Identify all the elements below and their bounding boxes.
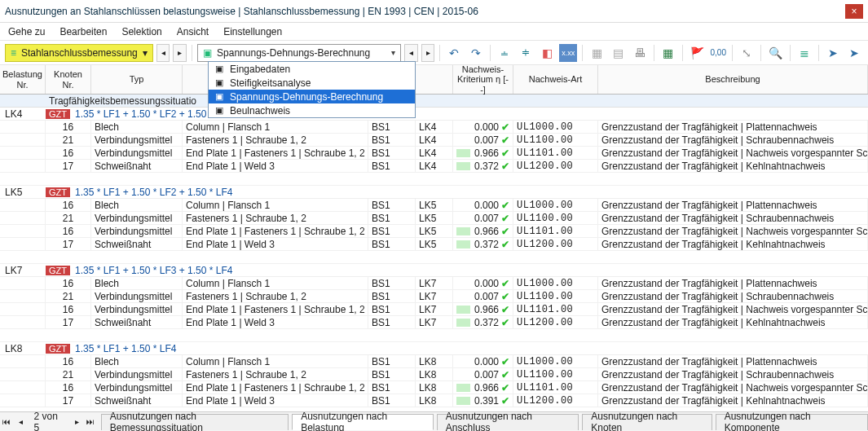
- cell-knoten: 16: [46, 277, 91, 289]
- table-row[interactable]: 17 Schweißnaht End Plate 1 | Weld 3 BS1 …: [0, 316, 868, 329]
- gzt-badge: GZT: [46, 344, 70, 354]
- cell-knoten: 16: [46, 147, 91, 159]
- col-nachweis-art[interactable]: Nachweis-Art: [513, 65, 598, 94]
- table-row[interactable]: 16 Blech Column | Flansch 1 BS1 LK8 0.00…: [0, 355, 868, 368]
- cell-detail: Grenzzustand der Tragfähigkeit | Kehlnah…: [598, 316, 868, 328]
- group-row[interactable]: LK4 GZT 1.35 * LF1 + 1.50 * LF2 + 1.50 *…: [0, 108, 868, 121]
- table-row[interactable]: 17 Schweißnaht End Plate 1 | Weld 3 BS1 …: [0, 394, 868, 407]
- table-icon[interactable]: ▦: [588, 44, 606, 62]
- tab-knoten[interactable]: Ausnutzungen nach Knoten: [582, 414, 712, 430]
- group-formula: 1.35 * LF1 + 1.50 * LF4: [75, 343, 176, 354]
- group-row[interactable]: LK5 GZT 1.35 * LF1 + 1.50 * LF2 + 1.50 *…: [0, 186, 868, 199]
- cell-beschreibung: Fasteners 1 | Schraube 1, 2: [183, 134, 368, 146]
- page-first-button[interactable]: ⏮: [0, 417, 14, 426]
- window-title: Ausnutzungen an Stahlanschlüssen belastu…: [5, 6, 845, 17]
- search-icon[interactable]: 🔍: [766, 44, 784, 62]
- table-row[interactable]: 16 Verbindungsmittel End Plate 1 | Faste…: [0, 303, 868, 316]
- dropdown-item-stress-strain[interactable]: ▣Spannungs-Dehnungs-Berechnung: [209, 90, 415, 103]
- tab-anschluss[interactable]: Ausnutzungen nach Anschluss: [437, 414, 579, 430]
- cell-b: LK7: [416, 303, 453, 315]
- menu-settings[interactable]: Einstellungen: [223, 26, 282, 37]
- check-icon: ✔: [501, 161, 509, 172]
- cell-detail: Grenzzustand der Tragfähigkeit | Platten…: [598, 121, 868, 133]
- undo-icon[interactable]: ↶: [445, 44, 463, 62]
- col-beschreibung[interactable]: Beschreibung: [598, 65, 868, 94]
- cursor-icon[interactable]: ➤: [824, 44, 842, 62]
- cell-detail: Grenzzustand der Tragfähigkeit | Platten…: [598, 277, 868, 289]
- table-row[interactable]: 17 Schweißnaht End Plate 1 | Weld 3 BS1 …: [0, 238, 868, 251]
- tab-komponente[interactable]: Ausnutzungen nach Komponente: [716, 414, 868, 430]
- combo-next-button[interactable]: ▸: [421, 44, 435, 62]
- group-row[interactable]: LK8 GZT 1.35 * LF1 + 1.50 * LF4: [0, 342, 868, 355]
- cell-beschreibung: Fasteners 1 | Schraube 1, 2: [183, 212, 368, 224]
- col-belastung-nr[interactable]: Belastung Nr.: [0, 65, 46, 94]
- decimals-icon[interactable]: 0,00: [709, 44, 727, 62]
- design-module-combo[interactable]: ≡ Stahlanschlussbemessung ▾: [5, 44, 153, 62]
- cell-typ: Verbindungsmittel: [91, 368, 183, 380]
- calculation-dropdown: ▣Eingabedaten ▣Steifigkeitsanalyse ▣Span…: [208, 61, 416, 118]
- tab-belastung[interactable]: Ausnutzungen nach Belastung: [292, 414, 434, 430]
- table-row[interactable]: 16 Blech Column | Flansch 1 BS1 LK5 0.00…: [0, 199, 868, 212]
- gzt-badge: GZT: [46, 109, 70, 119]
- combo-prev-button[interactable]: ◂: [404, 44, 418, 62]
- table-row[interactable]: 17 Schweißnaht End Plate 1 | Weld 3 BS1 …: [0, 160, 868, 173]
- filter-node-icon[interactable]: ⫩: [517, 44, 535, 62]
- excel-icon[interactable]: ▦: [659, 44, 677, 62]
- graphic-icon[interactable]: ◧: [538, 44, 556, 62]
- cell-bs: BS1: [368, 212, 416, 224]
- table-row[interactable]: 16 Verbindungsmittel End Plate 1 | Faste…: [0, 147, 868, 160]
- table-row[interactable]: 21 Verbindungsmittel Fasteners 1 | Schra…: [0, 368, 868, 381]
- print-icon[interactable]: 🖶: [631, 44, 649, 62]
- cell-knoten: 17: [46, 160, 91, 172]
- menu-goto[interactable]: Gehe zu: [8, 26, 45, 37]
- cell-art: UL1101.00: [513, 147, 598, 159]
- redo-icon[interactable]: ↷: [467, 44, 485, 62]
- col-nachweis-kriterium[interactable]: Nachweis-Kriterium η [--]: [453, 65, 513, 94]
- cursor-plus-icon[interactable]: ➤: [845, 44, 863, 62]
- table-row[interactable]: 16 Blech Column | Flansch 1 BS1 LK4 0.00…: [0, 121, 868, 134]
- menu-selection[interactable]: Selektion: [121, 26, 161, 37]
- filter-beam-icon[interactable]: ⫨: [496, 44, 513, 62]
- cell-beschreibung: End Plate 1 | Fasteners 1 | Schraube 1, …: [183, 381, 368, 394]
- table-row[interactable]: 16 Verbindungsmittel End Plate 1 | Faste…: [0, 381, 868, 394]
- list-icon[interactable]: ≣: [795, 44, 813, 62]
- table-row[interactable]: 21 Verbindungsmittel Fasteners 1 | Schra…: [0, 134, 868, 147]
- cell-art: UL1000.00: [513, 121, 598, 133]
- cell-bs: BS1: [368, 225, 416, 237]
- calculation-combo[interactable]: ▣ Spannungs-Dehnungs-Berechnung ▾: [197, 44, 401, 62]
- menu-edit[interactable]: Bearbeiten: [59, 26, 107, 37]
- check-icon: ✔: [501, 356, 509, 367]
- dropdown-item-input[interactable]: ▣Eingabedaten: [209, 62, 415, 76]
- menu-view[interactable]: Ansicht: [177, 26, 209, 37]
- table-row[interactable]: 16 Verbindungsmittel End Plate 1 | Faste…: [0, 225, 868, 238]
- table-row[interactable]: 16 Blech Column | Flansch 1 BS1 LK7 0.00…: [0, 277, 868, 290]
- nav-next-button[interactable]: ▸: [173, 44, 187, 62]
- grid-header: Belastung Nr. Knoten Nr. Typ astung Nr. …: [0, 65, 868, 95]
- col-b-nr[interactable]: [416, 65, 453, 94]
- col-typ[interactable]: Typ: [91, 65, 183, 94]
- check-icon: ✔: [501, 213, 509, 224]
- table2-icon[interactable]: ▤: [610, 44, 628, 62]
- dropdown-item-stiffness[interactable]: ▣Steifigkeitsanalyse: [209, 76, 415, 90]
- dropdown-item-buckling[interactable]: ▣Beulnachweis: [209, 103, 415, 117]
- cell-kriterium: 0.966✔: [453, 147, 513, 159]
- tab-bemessungssituation[interactable]: Ausnutzungen nach Bemessungssituation: [101, 414, 289, 430]
- page-next-button[interactable]: ▸: [70, 417, 84, 426]
- flag-icon[interactable]: 🚩: [688, 44, 706, 62]
- footer: ⏮ ◂ 2 von 5 ▸ ⏭ Ausnutzungen nach Bemess…: [0, 411, 868, 431]
- table-row[interactable]: 21 Verbindungsmittel Fasteners 1 | Schra…: [0, 212, 868, 225]
- nav-prev-button[interactable]: ◂: [156, 44, 170, 62]
- check-icon: ✔: [501, 317, 509, 328]
- page-last-button[interactable]: ⏭: [84, 417, 98, 426]
- input-icon: ▣: [214, 64, 225, 74]
- table-row[interactable]: 21 Verbindungsmittel Fasteners 1 | Schra…: [0, 290, 868, 303]
- pointer-icon[interactable]: ⤡: [738, 44, 756, 62]
- xxx-icon[interactable]: x.xx: [559, 44, 577, 62]
- window-close-button[interactable]: ×: [845, 4, 863, 19]
- page-prev-button[interactable]: ◂: [14, 417, 28, 426]
- cell-typ: Verbindungsmittel: [91, 225, 183, 237]
- grid-body[interactable]: TragfähigkeitsbemessungssituatioLK4 GZT …: [0, 95, 868, 411]
- cell-art: UL1100.00: [513, 290, 598, 302]
- col-knoten-nr[interactable]: Knoten Nr.: [46, 65, 91, 94]
- group-row[interactable]: LK7 GZT 1.35 * LF1 + 1.50 * LF3 + 1.50 *…: [0, 264, 868, 277]
